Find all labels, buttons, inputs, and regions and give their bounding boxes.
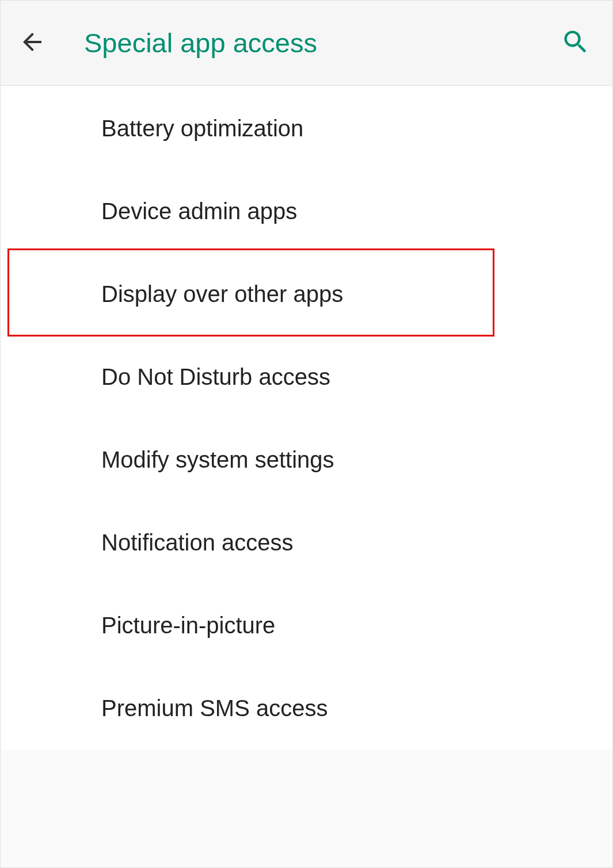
back-arrow-icon bbox=[18, 28, 46, 58]
list-item-notification-access[interactable]: Notification access bbox=[1, 501, 612, 584]
list-item-label: Device admin apps bbox=[101, 198, 297, 224]
search-button[interactable] bbox=[553, 20, 599, 66]
page-title: Special app access bbox=[84, 27, 553, 59]
list-item-label: Picture-in-picture bbox=[101, 613, 275, 638]
list-item-label: Do Not Disturb access bbox=[101, 364, 330, 390]
list-item-label: Premium SMS access bbox=[101, 695, 328, 721]
list-item-device-admin-apps[interactable]: Device admin apps bbox=[1, 170, 612, 253]
back-button[interactable] bbox=[9, 20, 55, 66]
list-item-premium-sms-access[interactable]: Premium SMS access bbox=[1, 667, 612, 750]
list-item-label: Notification access bbox=[101, 530, 293, 556]
list-item-do-not-disturb-access[interactable]: Do Not Disturb access bbox=[1, 335, 612, 418]
list-item-display-over-other-apps[interactable]: Display over other apps bbox=[1, 253, 612, 335]
list-item-modify-system-settings[interactable]: Modify system settings bbox=[1, 418, 612, 501]
settings-list: Battery optimization Device admin apps D… bbox=[1, 86, 612, 750]
search-icon bbox=[561, 27, 591, 59]
list-item-label: Battery optimization bbox=[101, 116, 303, 142]
list-item-label: Modify system settings bbox=[101, 447, 334, 473]
list-item-battery-optimization[interactable]: Battery optimization bbox=[1, 87, 612, 170]
list-item-label: Display over other apps bbox=[101, 281, 343, 307]
list-item-picture-in-picture[interactable]: Picture-in-picture bbox=[1, 584, 612, 667]
app-header: Special app access bbox=[1, 1, 612, 86]
